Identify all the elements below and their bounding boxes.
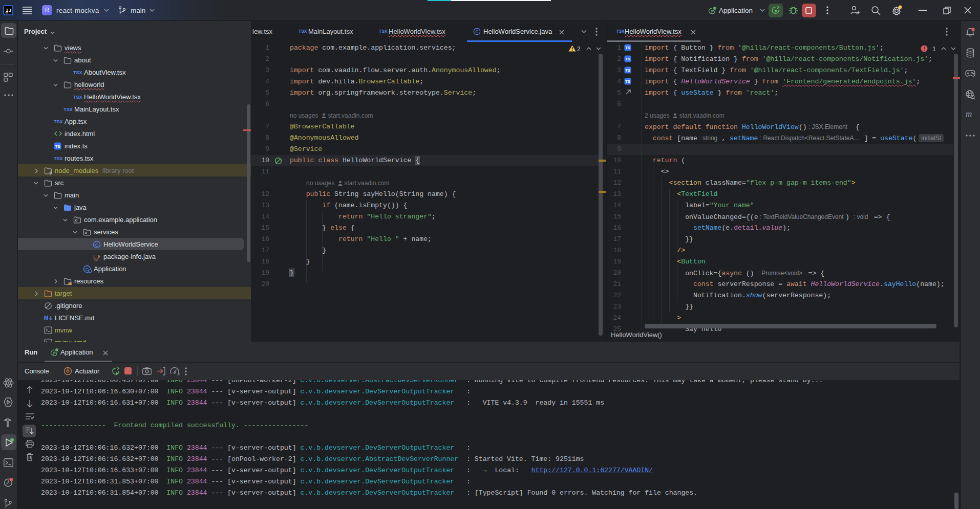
svg-text:TS: TS xyxy=(625,79,630,84)
svg-text:TS: TS xyxy=(625,68,630,73)
svg-text:TS: TS xyxy=(625,46,630,50)
svg-text:TSX: TSX xyxy=(63,107,73,112)
svg-text:TSX: TSX xyxy=(54,156,63,161)
svg-text:TSX: TSX xyxy=(73,95,82,100)
svg-text:TS: TS xyxy=(625,57,630,61)
svg-text:C: C xyxy=(95,242,99,248)
svg-text:TSX: TSX xyxy=(73,70,82,75)
svg-text:C: C xyxy=(475,29,478,34)
svg-text:M: M xyxy=(44,315,48,321)
svg-text:TS: TS xyxy=(55,144,60,149)
svg-text:TSX: TSX xyxy=(54,119,63,124)
svg-text:IJ: IJ xyxy=(6,8,11,13)
